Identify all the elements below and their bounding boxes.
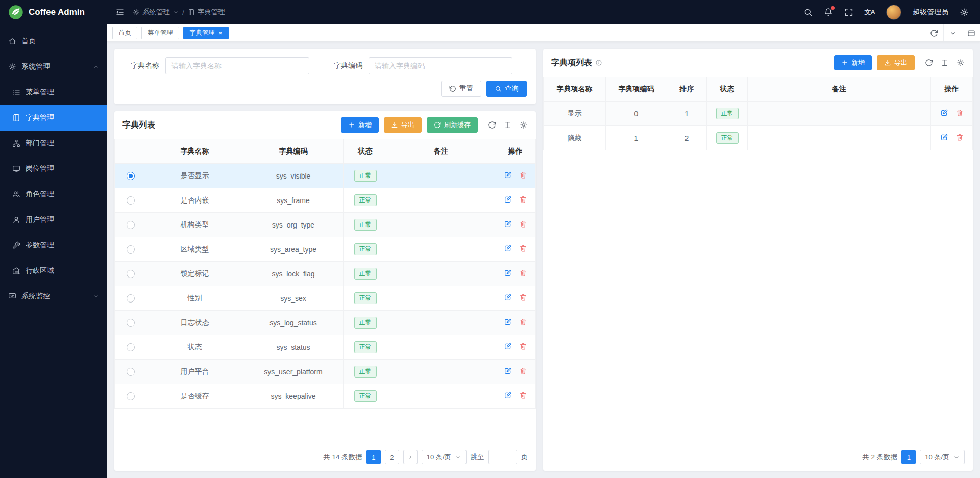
sidebar-item-home[interactable]: 首页 <box>0 29 107 54</box>
reset-button[interactable]: 重置 <box>441 81 481 97</box>
page-button-1[interactable]: 1 <box>901 450 916 464</box>
table-row[interactable]: 用户平台 sys_user_platform 正常 <box>115 360 536 384</box>
delete-icon[interactable] <box>519 171 527 179</box>
row-radio[interactable] <box>127 368 135 376</box>
sidebar-item-dept-mgmt[interactable]: 部门管理 <box>0 131 107 156</box>
jump-page-input[interactable] <box>488 450 517 464</box>
refresh-table-icon[interactable] <box>488 121 496 129</box>
row-radio[interactable] <box>127 172 135 180</box>
tab-dict-mgmt[interactable]: 字典管理 × <box>183 27 229 39</box>
page-size-select[interactable]: 10 条/页 <box>920 450 965 464</box>
edit-icon[interactable] <box>504 293 512 301</box>
density-icon[interactable] <box>504 121 512 129</box>
table-row[interactable]: 机构类型 sys_org_type 正常 <box>115 213 536 237</box>
sidebar-item-param-mgmt[interactable]: 参数管理 <box>0 233 107 258</box>
edit-icon[interactable] <box>504 318 512 326</box>
sidebar-item-user-mgmt[interactable]: 用户管理 <box>0 207 107 233</box>
row-radio[interactable] <box>127 392 135 400</box>
delete-icon[interactable] <box>519 244 527 253</box>
notification-bell[interactable] <box>824 8 833 17</box>
delete-icon[interactable] <box>955 109 964 117</box>
page-button-1[interactable]: 1 <box>366 450 381 464</box>
table-row[interactable]: 是否缓存 sys_keepalive 正常 <box>115 384 536 409</box>
delete-icon[interactable] <box>519 195 527 204</box>
edit-icon[interactable] <box>940 109 948 117</box>
user-name[interactable]: 超级管理员 <box>913 8 948 17</box>
refresh-page-icon[interactable] <box>925 24 943 41</box>
dict-name-input[interactable] <box>165 57 309 74</box>
sidebar-item-dict-mgmt[interactable]: 字典管理 <box>0 105 107 131</box>
column-settings-gear-icon[interactable] <box>957 59 965 67</box>
settings-gear-icon[interactable] <box>960 8 969 17</box>
page-size-select[interactable]: 10 条/页 <box>422 450 467 464</box>
edit-icon[interactable] <box>504 269 512 277</box>
table-row[interactable]: 是否显示 sys_visible 正常 <box>115 164 536 188</box>
translate-icon[interactable]: 文A <box>865 8 875 17</box>
table-row[interactable]: 隐藏 1 2 正常 <box>544 126 973 150</box>
sidebar-item-region-mgmt[interactable]: 行政区域 <box>0 258 107 284</box>
edit-icon[interactable] <box>504 220 512 228</box>
edit-icon[interactable] <box>504 342 512 350</box>
table-row[interactable]: 日志状态 sys_log_status 正常 <box>115 311 536 335</box>
table-row[interactable]: 是否内嵌 sys_frame 正常 <box>115 188 536 213</box>
table-row[interactable]: 性别 sys_sex 正常 <box>115 286 536 311</box>
refresh-cache-button[interactable]: 刷新缓存 <box>427 117 478 133</box>
page-button-2[interactable]: 2 <box>385 450 399 464</box>
delete-icon[interactable] <box>519 391 527 399</box>
row-radio[interactable] <box>127 270 135 278</box>
sidebar-item-role-mgmt[interactable]: 角色管理 <box>0 182 107 207</box>
sidebar-item-menu-mgmt[interactable]: 菜单管理 <box>0 80 107 105</box>
add-dict-button[interactable]: 新增 <box>341 117 379 133</box>
home-icon <box>8 37 16 45</box>
row-radio[interactable] <box>127 196 135 205</box>
delete-icon[interactable] <box>519 367 527 375</box>
edit-icon[interactable] <box>940 133 948 141</box>
query-button[interactable]: 查询 <box>486 81 527 97</box>
edit-icon[interactable] <box>504 244 512 253</box>
edit-icon[interactable] <box>504 171 512 179</box>
breadcrumb-system[interactable]: 系统管理 <box>133 8 179 17</box>
fullscreen-icon[interactable] <box>844 8 853 17</box>
user-avatar[interactable] <box>886 5 901 20</box>
refresh-table-icon[interactable] <box>925 59 933 67</box>
delete-icon[interactable] <box>519 342 527 350</box>
content-fullscreen-icon[interactable] <box>962 24 980 41</box>
dict-code-input[interactable] <box>369 57 512 74</box>
collapse-sidebar-icon[interactable] <box>115 8 125 17</box>
tab-home[interactable]: 首页 <box>112 27 137 39</box>
sidebar-group-monitor[interactable]: 系统监控 <box>0 284 107 309</box>
total-count-text: 共 2 条数据 <box>862 452 897 462</box>
column-settings-gear-icon[interactable] <box>520 121 528 129</box>
sidebar-group-system[interactable]: 系统管理 <box>0 54 107 80</box>
info-icon[interactable] <box>595 59 602 66</box>
tab-menu-mgmt[interactable]: 菜单管理 <box>141 27 179 39</box>
delete-icon[interactable] <box>519 269 527 277</box>
export-dict-item-button[interactable]: 导出 <box>877 55 915 70</box>
tab-options-chevron-icon[interactable] <box>943 24 962 41</box>
edit-icon[interactable] <box>504 195 512 204</box>
row-radio[interactable] <box>127 221 135 229</box>
row-radio[interactable] <box>127 294 135 303</box>
row-radio[interactable] <box>127 343 135 351</box>
table-row[interactable]: 锁定标记 sys_lock_flag 正常 <box>115 262 536 286</box>
next-page-button[interactable] <box>403 450 418 464</box>
table-row[interactable]: 显示 0 1 正常 <box>544 102 973 126</box>
export-dict-button[interactable]: 导出 <box>384 117 422 133</box>
select-cell <box>115 213 146 237</box>
edit-icon[interactable] <box>504 367 512 375</box>
search-icon[interactable] <box>803 8 813 17</box>
row-radio[interactable] <box>127 319 135 327</box>
delete-icon[interactable] <box>519 220 527 228</box>
delete-icon[interactable] <box>519 318 527 326</box>
close-tab-icon[interactable]: × <box>218 30 223 36</box>
table-row[interactable]: 区域类型 sys_area_type 正常 <box>115 237 536 262</box>
density-icon[interactable] <box>941 59 949 67</box>
table-row[interactable]: 状态 sys_status 正常 <box>115 335 536 360</box>
sidebar-item-post-mgmt[interactable]: 岗位管理 <box>0 156 107 182</box>
row-radio[interactable] <box>127 245 135 254</box>
add-dict-item-button[interactable]: 新增 <box>834 55 872 70</box>
delete-icon[interactable] <box>519 293 527 301</box>
edit-icon[interactable] <box>504 391 512 399</box>
status-badge: 正常 <box>354 366 377 378</box>
delete-icon[interactable] <box>955 133 964 141</box>
